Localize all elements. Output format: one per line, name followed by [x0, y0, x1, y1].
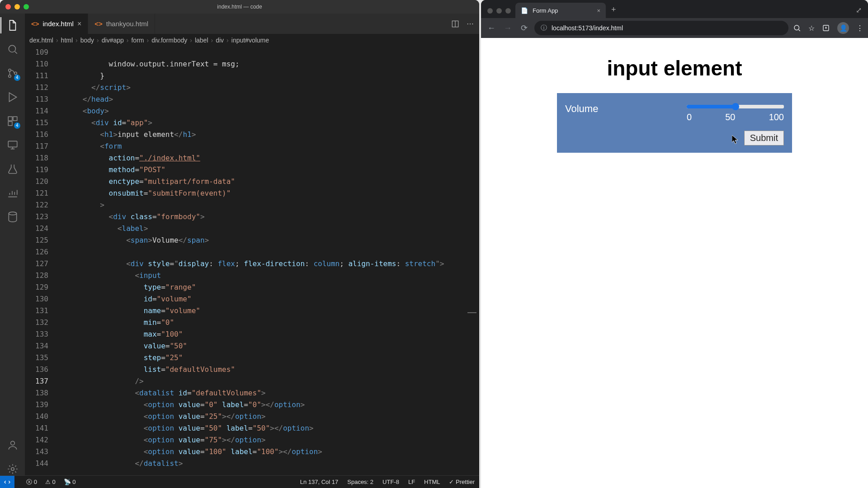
slider-ticks: 0 50 100: [687, 112, 784, 122]
bookmark-star-icon[interactable]: ☆: [808, 24, 815, 33]
close-tab-icon[interactable]: ×: [77, 20, 81, 28]
svg-point-12: [794, 25, 799, 30]
browser-minimize-button[interactable]: [496, 8, 502, 14]
testing-icon[interactable]: [6, 163, 19, 175]
reload-button[interactable]: ⟳: [518, 23, 530, 33]
accounts-icon[interactable]: [6, 439, 19, 451]
svg-point-3: [14, 72, 16, 74]
status-bar: ⓧ 0 ⚠ 0 📡 0 Ln 137, Col 17 Spaces: 2 UTF…: [0, 475, 479, 488]
volume-label: Volume: [565, 103, 598, 115]
svg-rect-6: [8, 122, 12, 126]
breadcrumb-item[interactable]: label: [195, 37, 208, 44]
rendered-page: input element Volume 0 50 100 Subm: [481, 38, 868, 488]
svg-point-0: [9, 45, 15, 52]
breadcrumb-item[interactable]: div: [216, 37, 224, 44]
tab-favicon: 📄: [521, 7, 528, 14]
remote-explorer-icon[interactable]: [6, 139, 19, 151]
tab-label: thankyou.html: [106, 20, 148, 28]
svg-point-1: [8, 69, 10, 71]
more-actions-icon[interactable]: ⋯: [467, 19, 474, 28]
svg-rect-4: [8, 117, 12, 121]
breadcrumb-item[interactable]: dex.html: [29, 37, 53, 44]
settings-gear-icon[interactable]: [6, 463, 19, 475]
submit-button[interactable]: Submit: [744, 131, 784, 145]
close-tab-icon[interactable]: ×: [597, 7, 600, 14]
browser-toolbar: ← → ⟳ ⓘ localhost:5173/index.html ☆ 👤 ⋮: [481, 18, 868, 38]
tick-50: 50: [725, 112, 735, 122]
editor-tabs: <> index.html × <> thankyou.html ⋯: [25, 14, 479, 34]
explorer-icon[interactable]: [6, 19, 19, 32]
svg-rect-5: [13, 117, 17, 121]
breadcrumbs[interactable]: dex.html›html›body›div#app›form›div.form…: [25, 34, 479, 47]
form-card: Volume 0 50 100 Submit: [557, 93, 792, 153]
svg-point-10: [11, 468, 14, 471]
tick-100: 100: [769, 112, 784, 122]
html-file-icon: <>: [31, 20, 39, 28]
install-app-icon[interactable]: [822, 24, 830, 32]
browser-maximize-button[interactable]: [505, 8, 511, 14]
graph-icon[interactable]: [6, 187, 19, 199]
forward-button[interactable]: →: [502, 23, 514, 33]
ports[interactable]: 📡 0: [64, 479, 76, 485]
browser-close-button[interactable]: [487, 8, 493, 14]
tick-0: 0: [687, 112, 692, 122]
tab-label: index.html: [43, 20, 74, 28]
svg-point-9: [10, 441, 14, 445]
search-icon[interactable]: [6, 43, 19, 56]
slider-thumb[interactable]: [732, 103, 739, 110]
breadcrumb-item[interactable]: div#app: [102, 37, 124, 44]
browser-window: 📄 Form App × + ⤢ ← → ⟳ ⓘ localhost:5173/…: [481, 0, 868, 488]
page-heading: input element: [607, 56, 742, 80]
expand-window-icon[interactable]: ⤢: [849, 6, 868, 18]
url-text: localhost:5173/index.html: [552, 24, 623, 32]
site-info-icon[interactable]: ⓘ: [541, 24, 547, 32]
back-button[interactable]: ←: [486, 23, 497, 33]
svg-point-2: [8, 75, 10, 77]
code-editor[interactable]: 1091101111121131141151161171181191201211…: [25, 47, 479, 475]
breadcrumb-item[interactable]: input#volume: [231, 37, 269, 44]
browser-tab-strip: 📄 Form App × + ⤢: [481, 0, 868, 18]
tab-index-html[interactable]: <> index.html ×: [25, 14, 88, 34]
indent[interactable]: Spaces: 2: [347, 479, 373, 485]
zoom-icon[interactable]: [793, 24, 801, 32]
source-control-icon[interactable]: 4: [6, 67, 19, 80]
formatter[interactable]: ✓ Prettier: [449, 479, 475, 485]
breadcrumb-item[interactable]: html: [61, 37, 73, 44]
cursor-position[interactable]: Ln 137, Col 17: [300, 479, 339, 485]
activity-bar: 4 4: [0, 14, 25, 475]
minimap-indicator: [467, 312, 476, 313]
browser-menu-icon[interactable]: ⋮: [856, 24, 863, 33]
problems-warnings[interactable]: ⚠ 0: [45, 479, 56, 485]
encoding[interactable]: UTF-8: [382, 479, 399, 485]
problems-errors[interactable]: ⓧ 0: [26, 478, 37, 486]
remote-indicator[interactable]: [0, 476, 14, 488]
split-editor-icon[interactable]: [451, 20, 459, 28]
address-bar[interactable]: ⓘ localhost:5173/index.html: [534, 21, 788, 35]
breadcrumb-item[interactable]: body: [80, 37, 94, 44]
tab-title: Form App: [533, 7, 558, 14]
scm-badge: 4: [14, 75, 20, 81]
slider-fill: [687, 105, 736, 108]
html-file-icon: <>: [94, 20, 103, 28]
tab-thankyou-html[interactable]: <> thankyou.html: [88, 14, 155, 34]
breadcrumb-item[interactable]: div.formbody: [151, 37, 187, 44]
run-debug-icon[interactable]: [6, 91, 19, 103]
breadcrumb-item[interactable]: form: [131, 37, 144, 44]
window-title: index.html — code: [0, 4, 479, 10]
sql-icon[interactable]: [6, 211, 19, 223]
svg-point-8: [9, 212, 16, 215]
ext-badge: 4: [14, 122, 20, 129]
extensions-icon[interactable]: 4: [6, 115, 19, 127]
new-tab-button[interactable]: +: [606, 5, 622, 18]
profile-avatar[interactable]: 👤: [837, 22, 849, 34]
language-mode[interactable]: HTML: [424, 479, 440, 485]
vscode-window: index.html — code 4 4 <> index.html ×: [0, 0, 479, 488]
titlebar: index.html — code: [0, 0, 479, 14]
browser-tab-form-app[interactable]: 📄 Form App ×: [515, 3, 606, 18]
eol[interactable]: LF: [408, 479, 415, 485]
svg-rect-7: [8, 141, 17, 147]
volume-slider[interactable]: [687, 105, 784, 108]
